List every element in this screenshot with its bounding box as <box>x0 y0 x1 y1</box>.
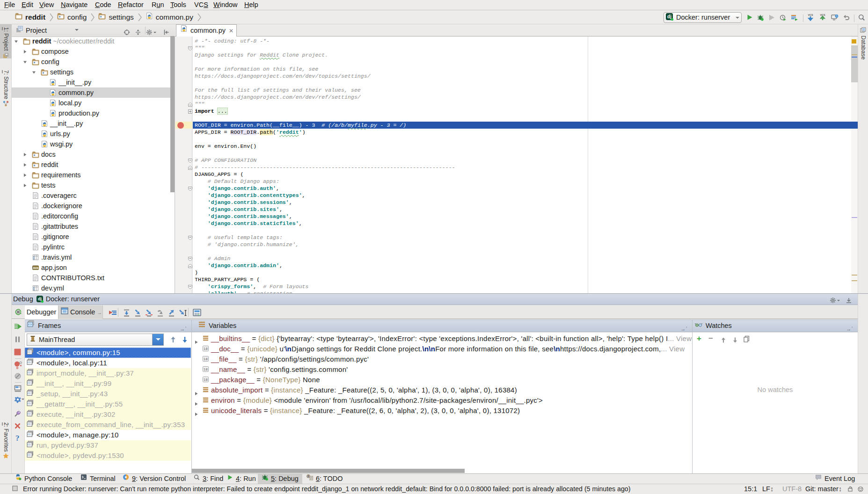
svg-text:18: 18 <box>204 367 208 371</box>
svg-text:18: 18 <box>204 347 208 351</box>
svg-text:VCS: VCS <box>808 14 813 16</box>
svg-text:JSON: JSON <box>33 267 39 269</box>
svg-text:18: 18 <box>204 357 208 361</box>
svg-text:18: 18 <box>204 378 208 382</box>
svg-text:dj: dj <box>667 14 671 19</box>
svg-text:dj: dj <box>38 297 42 301</box>
